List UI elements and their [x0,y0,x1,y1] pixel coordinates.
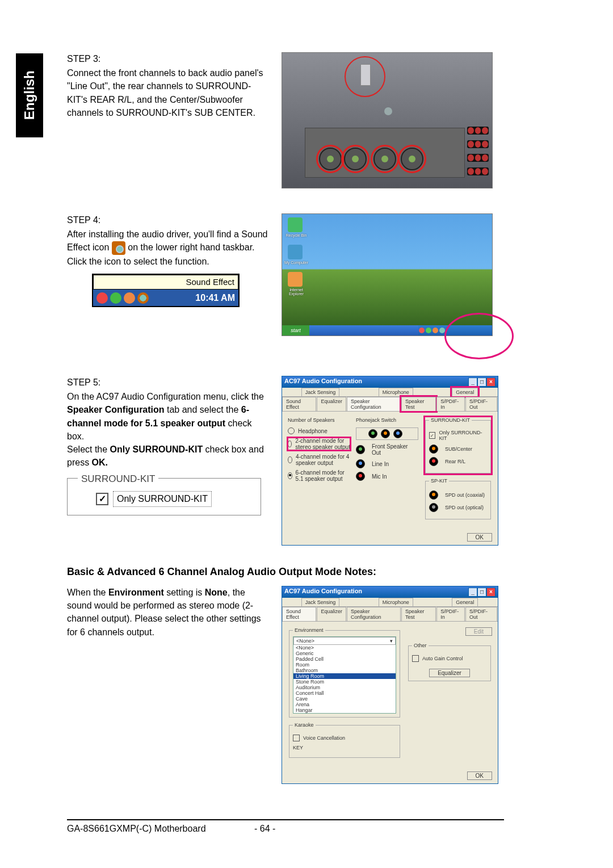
jack-mic-icon [356,472,365,481]
step4-header: STEP 4: [67,213,271,227]
only-surround-kit-label2: Only SURROUND-KIT [439,430,487,441]
tab-jack-sensing[interactable]: Jack Sensing [301,598,340,606]
step4-line1b: Effect icon [67,242,112,252]
tab-equalizer[interactable]: Equalizer [317,397,346,411]
desktop-mycomputer-icon [288,245,303,259]
env-option[interactable]: Room [293,662,396,668]
env-option[interactable]: Stone Room [293,679,396,685]
desktop-recycle-label: Recycle Bin [282,233,310,237]
text: Select the [67,445,110,454]
sound-effect-tray-icon [137,292,149,304]
language-tab: English [16,53,43,137]
karaoke-legend: Karaoke [293,722,316,728]
only-surround-kit-cb[interactable] [429,432,435,439]
tab-jack-sensing[interactable]: Jack Sensing [301,388,340,396]
env-option[interactable]: Auditorium [293,685,396,690]
system-tray: 10:41 AM [93,290,238,306]
edit-button[interactable]: Edit [465,627,492,636]
tab-microphone[interactable]: Microphone [379,388,413,396]
tab-spdif-in[interactable]: S/PDIF-In [436,607,465,621]
radio-2ch[interactable] [288,441,292,447]
text: setting is [164,588,205,597]
tray-icon [96,292,108,304]
only-surround-kit-checkbox[interactable] [96,493,108,505]
env-option[interactable]: Arena [293,702,396,707]
close-icon[interactable]: × [486,588,496,597]
text: Environment [108,588,164,597]
env-option[interactable]: Living Room [293,673,396,679]
tab-speaker-configuration[interactable]: Speaker Configuration [347,607,401,621]
maximize-icon[interactable]: □ [477,378,486,387]
tab-speaker-test[interactable]: Speaker Test [401,607,436,621]
surround-kit-box: SURROUND-KIT Only SURROUND-KIT [67,478,261,515]
kit-sub-icon [429,445,438,454]
maximize-icon[interactable]: □ [477,588,486,597]
notes-heading: Basic & Advanced 6 Channel Analog Audio … [67,566,504,578]
radio-headphone[interactable] [288,427,295,434]
env-option[interactable]: Bathroom [293,668,396,673]
window-buttons: _□× [468,378,496,387]
spkit-opt-icon [429,503,438,512]
text: OK. [92,458,108,467]
minimize-icon[interactable]: _ [468,378,477,387]
minimize-icon[interactable]: _ [468,588,477,597]
env-option[interactable]: Padded Cell [293,656,396,662]
env-option[interactable]: Hangar [293,707,396,713]
desktop-mycomputer-label: My Computer [282,261,310,265]
desktop-recycle-icon [288,217,303,232]
desktop-screenshot: Recycle Bin My Computer Internet Explore… [282,213,493,336]
environment-dropdown[interactable]: <None>▾ <None>GenericPadded CellRoomBath… [293,636,396,714]
text: None [205,588,228,597]
text: Speaker Configuration [67,405,165,414]
step4-line2: Click the icon to select the function. [67,255,271,268]
close-icon[interactable]: × [486,378,496,387]
ok-button[interactable]: OK [467,533,492,542]
voice-cancel-checkbox[interactable] [293,735,300,741]
tab-microphone[interactable]: Microphone [379,598,413,606]
jack-switch-preview [356,427,418,440]
tab-spdif-out[interactable]: S/PDIF-Out [465,397,497,411]
tab-spdif-in[interactable]: S/PDIF-In [436,397,465,411]
tab-speaker-test[interactable]: Speaker Test [401,397,436,411]
env-option[interactable]: Generic [293,651,396,656]
only-surround-kit-label: Only SURROUND-KIT [113,491,212,506]
env-option[interactable]: <None> [293,645,396,651]
env-option[interactable]: Concert Hall [293,690,396,696]
tooltip-sound-effect: Sound Effect [93,275,238,290]
dialog-title: AC97 Audio Configuration [284,378,362,387]
radio-6ch-label: 6-channel mode for 5.1 speaker output [296,469,350,482]
radio-4ch-label: 4-channel mode for 4 speaker output [296,454,350,466]
tab-speaker-configuration[interactable]: Speaker Configuration [347,397,401,411]
tab-equalizer[interactable]: Equalizer [317,607,346,621]
dialog-title: AC97 Audio Configuration [284,588,362,597]
env-option[interactable]: Cave [293,696,396,702]
footer-page: - 64 - [254,824,322,834]
tab-general[interactable]: General [452,598,478,606]
env-selected: <None> [296,638,314,644]
notes-paragraph: When the Environment setting is None, th… [67,586,271,639]
kit-rear-icon [429,457,438,466]
tab-general[interactable]: General [452,388,478,396]
tab-sound-effect[interactable]: Sound Effect [282,397,316,411]
step3-header: STEP 3: [67,52,271,65]
desktop-ie-label: Internet Explorer [282,288,310,296]
text: Only SURROUND-KIT [110,445,203,454]
step4-line1c: on the lower right hand taskbar. [125,242,255,252]
step3-body: Connect the front channels to back audio… [67,66,271,119]
agc-checkbox[interactable] [412,655,419,662]
taskbar-screenshot: Sound Effect 10:41 AM [92,274,240,307]
ok-button[interactable]: OK [467,771,492,780]
sound-effect-icon [112,241,125,255]
footer-model: GA-8S661GXMP(-C) Motherboard [67,824,254,834]
radio-2ch-label: 2-channel mode for stereo speaker output [295,438,350,450]
jack-line-icon [356,459,365,468]
equalizer-button[interactable]: Equalizer [429,669,470,677]
radio-headphone-label: Headphone [298,428,328,434]
radio-6ch[interactable] [288,472,292,479]
env-legend: Environment [293,627,325,633]
tab-sound-effect[interactable]: Sound Effect [282,607,316,621]
tray-icon [124,292,135,304]
chevron-down-icon: ▾ [390,638,393,644]
radio-4ch[interactable] [288,456,292,463]
tab-spdif-out[interactable]: S/PDIF-Out [465,607,497,621]
